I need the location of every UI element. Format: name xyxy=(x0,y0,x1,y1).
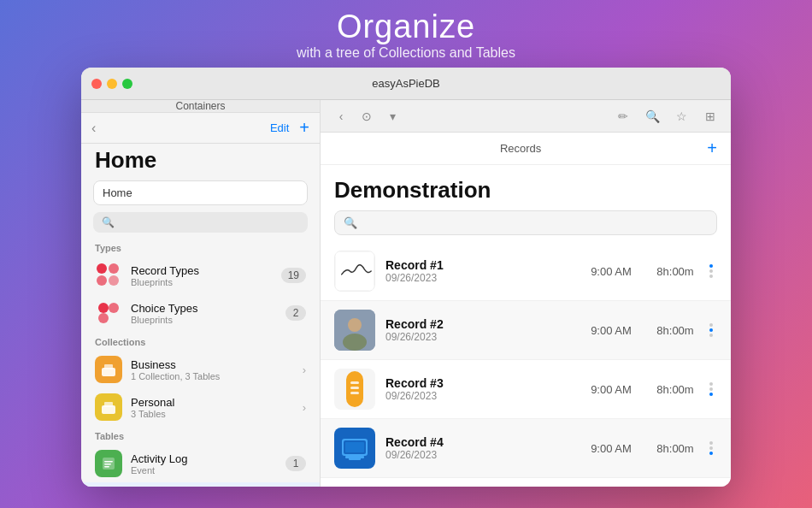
record-1-info: Record #1 09/26/2023 xyxy=(385,258,577,284)
svg-rect-23 xyxy=(350,381,359,384)
main-title: Organize xyxy=(297,9,515,45)
choice-types-name: Choice Types xyxy=(131,302,285,315)
record-types-badge: 19 xyxy=(281,268,306,283)
toolbar-home-button[interactable]: ⊙ xyxy=(356,106,377,127)
activity-log-badge: 1 xyxy=(285,456,306,471)
records-add-button[interactable]: + xyxy=(707,139,717,158)
choice-types-text: Choice Types Blueprints xyxy=(131,302,285,325)
app-title: easyAsPieDB xyxy=(372,77,439,90)
maximize-button[interactable] xyxy=(122,79,132,89)
table-row[interactable]: Record #1 09/26/2023 9:00 AM 8h:00m xyxy=(321,242,731,301)
table-row[interactable]: Record #2 09/26/2023 9:00 AM 8h:00m xyxy=(321,301,731,360)
toolbar-right: ✏ 🔍 ☆ ⊞ xyxy=(613,106,721,127)
sidebar-nav: ‹ Edit + xyxy=(81,113,320,144)
edit-button[interactable]: Edit xyxy=(270,121,289,134)
toolbar-chart-button[interactable]: ⊞ xyxy=(700,106,721,127)
search-icon: 🔍 xyxy=(344,216,357,229)
toolbar-search-button[interactable]: 🔍 xyxy=(642,106,662,127)
record-1-thumb xyxy=(334,251,375,292)
page-header: Organize with a tree of Collections and … xyxy=(297,9,515,61)
record-2-date: 09/26/2023 xyxy=(385,331,577,343)
record-1-date: 09/26/2023 xyxy=(385,272,577,284)
record-1-time2: 8h:00m xyxy=(645,265,705,278)
svg-rect-28 xyxy=(345,442,364,452)
traffic-lights xyxy=(91,79,132,89)
back-button[interactable]: ‹ xyxy=(91,121,96,136)
business-chevron: › xyxy=(303,363,306,376)
record-3-info: Record #3 09/26/2023 xyxy=(385,376,577,402)
main-toolbar: ‹ ⊙ ▾ ✏ 🔍 ☆ ⊞ xyxy=(321,100,731,133)
record-4-date: 09/26/2023 xyxy=(385,449,577,461)
containers-label: Containers xyxy=(175,100,225,112)
record-2-name: Record #2 xyxy=(385,317,577,331)
choice-types-sub: Blueprints xyxy=(131,315,285,325)
svg-rect-12 xyxy=(104,461,113,463)
sidebar-item-demonstration[interactable]: Demonstration Demonstration 100 xyxy=(81,482,320,487)
svg-point-0 xyxy=(97,263,107,274)
svg-point-5 xyxy=(109,303,119,313)
table-row[interactable]: Record #3 09/26/2023 9:00 AM 8h:00m xyxy=(321,360,731,419)
sidebar-search[interactable]: 🔍 xyxy=(93,212,308,233)
activity-log-text: Activity Log Event xyxy=(131,452,285,476)
toolbar-pencil-button[interactable]: ✏ xyxy=(613,106,633,127)
svg-rect-30 xyxy=(345,456,364,458)
table-row[interactable]: Record #4 09/26/2023 9:00 AM 8h:00m xyxy=(321,419,731,478)
search-icon: 🔍 xyxy=(102,216,115,228)
sidebar-item-record-types[interactable]: Record Types Blueprints 19 xyxy=(81,257,320,294)
svg-rect-14 xyxy=(104,466,109,468)
record-3-thumb xyxy=(334,369,375,410)
svg-point-1 xyxy=(109,263,119,274)
business-name: Business xyxy=(131,358,297,371)
sidebar-add-button[interactable]: + xyxy=(299,118,309,138)
record-1-dots xyxy=(705,264,717,278)
record-4-time2: 8h:00m xyxy=(645,442,705,455)
toolbar-back-button[interactable]: ‹ xyxy=(331,106,351,127)
record-1-time1: 9:00 AM xyxy=(577,265,645,278)
demo-title: Demonstration xyxy=(321,165,731,210)
app-window: easyAsPieDB Containers ‹ Edit + Home Hom… xyxy=(81,68,731,487)
section-types-label: Types xyxy=(81,238,320,257)
main-header: Records + xyxy=(321,133,731,165)
sidebar-item-activity-log[interactable]: Activity Log Event 1 xyxy=(81,445,320,482)
records-label: Records xyxy=(334,142,707,155)
home-input[interactable]: Home xyxy=(93,180,308,205)
record-4-info: Record #4 09/26/2023 xyxy=(385,435,577,461)
record-types-text: Record Types Blueprints xyxy=(131,264,281,287)
record-2-info: Record #2 09/26/2023 xyxy=(385,317,577,343)
record-1-name: Record #1 xyxy=(385,258,577,272)
svg-point-4 xyxy=(98,303,109,313)
personal-text: Personal 3 Tables xyxy=(131,396,297,419)
activity-log-icon xyxy=(95,450,122,477)
record-3-name: Record #3 xyxy=(385,376,577,390)
sidebar-item-business[interactable]: Business 1 Collection, 3 Tables › xyxy=(81,351,320,388)
sidebar-toolbar: Containers xyxy=(81,100,320,113)
window-body: Containers ‹ Edit + Home Home 🔍 Types xyxy=(81,100,731,487)
record-4-dots xyxy=(705,441,717,455)
toolbar-dropdown-button[interactable]: ▾ xyxy=(382,106,403,127)
svg-point-21 xyxy=(343,334,367,351)
record-4-time1: 9:00 AM xyxy=(577,442,645,455)
section-collections-label: Collections xyxy=(81,332,320,351)
minimize-button[interactable] xyxy=(107,79,117,89)
sidebar-item-choice-types[interactable]: Choice Types Blueprints 2 xyxy=(81,294,320,332)
sidebar-item-personal[interactable]: Personal 3 Tables › xyxy=(81,388,320,426)
titlebar: easyAsPieDB xyxy=(81,68,731,100)
business-text: Business 1 Collection, 3 Tables xyxy=(131,358,297,381)
svg-point-3 xyxy=(109,275,119,286)
sidebar: Containers ‹ Edit + Home Home 🔍 Types xyxy=(81,100,321,487)
svg-point-2 xyxy=(97,275,107,286)
toolbar-star-button[interactable]: ☆ xyxy=(671,106,691,127)
personal-sub: 3 Tables xyxy=(131,409,297,419)
record-3-dots xyxy=(705,382,717,396)
personal-chevron: › xyxy=(303,401,306,414)
choice-types-icon xyxy=(95,299,122,327)
record-2-time2: 8h:00m xyxy=(645,324,705,337)
activity-log-sub: Event xyxy=(131,465,285,476)
records-search[interactable]: 🔍 xyxy=(334,210,717,235)
close-button[interactable] xyxy=(91,79,102,89)
main-content: ‹ ⊙ ▾ ✏ 🔍 ☆ ⊞ Records + Demonstration xyxy=(321,100,731,487)
record-types-name: Record Types xyxy=(131,264,281,277)
record-4-thumb xyxy=(334,428,375,469)
record-2-dots xyxy=(705,323,717,337)
sidebar-title: Home xyxy=(81,144,320,180)
